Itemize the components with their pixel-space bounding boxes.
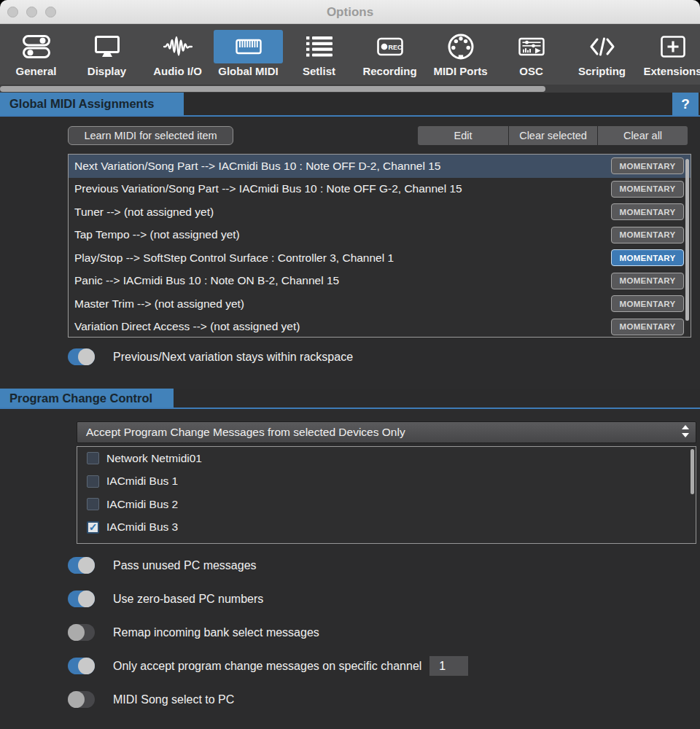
assignment-text: Panic --> IACmidi Bus 10 : Note ON B-2, … xyxy=(69,274,611,287)
toggle-label: Only accept program change messages on s… xyxy=(113,660,421,673)
assignments-scrollbar-thumb[interactable] xyxy=(685,159,689,321)
tab-recording[interactable]: REC Recording xyxy=(354,24,425,85)
momentary-button[interactable]: MOMENTARY xyxy=(611,181,684,198)
tab-setlist[interactable]: Setlist xyxy=(284,24,354,85)
toggle-row: MIDI Song select to PC xyxy=(68,683,695,717)
device-row[interactable]: IACmidi Bus 2 xyxy=(77,493,696,516)
momentary-button[interactable]: MOMENTARY xyxy=(611,227,684,243)
toggle-switch[interactable] xyxy=(68,658,95,674)
midi-keyboard-icon xyxy=(214,30,283,63)
momentary-button[interactable]: MOMENTARY xyxy=(611,203,684,220)
device-checkbox[interactable] xyxy=(87,475,99,488)
tab-label: General xyxy=(16,65,57,77)
device-row[interactable]: Network Netmidi01 xyxy=(77,447,696,470)
section-underline xyxy=(0,115,700,117)
toggle-label: MIDI Song select to PC xyxy=(113,693,234,706)
toggle-row: Only accept program change messages on s… xyxy=(68,650,695,683)
waveform-icon xyxy=(143,30,212,63)
toggle-knob xyxy=(68,691,85,708)
toggle-label: Remap incoming bank select messages xyxy=(113,626,319,639)
device-checkbox[interactable] xyxy=(87,521,99,534)
midi-assignment-row[interactable]: Previous Variation/Song Part --> IACmidi… xyxy=(69,178,691,201)
momentary-button[interactable]: MOMENTARY xyxy=(611,157,684,174)
device-list: Network Netmidi01 IACmidi Bus 1 IACmidi … xyxy=(77,446,696,544)
device-row-partial[interactable] xyxy=(87,539,109,544)
tab-label: Scripting xyxy=(578,65,626,77)
assignment-text: Tuner --> (not assigned yet) xyxy=(69,206,611,219)
toggle-knob xyxy=(78,557,95,574)
tab-label: MIDI Ports xyxy=(433,65,487,77)
toggle-switch[interactable] xyxy=(68,624,95,641)
toolbar-scrollbar-thumb[interactable] xyxy=(0,86,545,92)
tab-audio-io[interactable]: Audio I/O xyxy=(142,24,213,85)
device-row[interactable]: IACmidi Bus 3 xyxy=(77,516,696,539)
sliders-icon xyxy=(1,30,71,63)
toggle-label: Pass unused PC messages xyxy=(113,559,257,572)
assignment-text: Play/Stop --> SoftStep Control Surface :… xyxy=(69,252,611,265)
svg-text:REC: REC xyxy=(388,44,402,51)
assignment-text: Tap Tempo --> (not assigned yet) xyxy=(69,228,611,241)
device-scrollbar-thumb[interactable] xyxy=(691,449,694,494)
momentary-button[interactable]: MOMENTARY xyxy=(611,273,684,289)
program-change-toggles: Pass unused PC messages Use zero-based P… xyxy=(68,549,695,716)
tab-label: OSC xyxy=(519,65,543,77)
midi-assignment-row[interactable]: Variation Direct Access --> (not assigne… xyxy=(69,316,691,338)
device-checkbox[interactable] xyxy=(87,498,99,510)
setlist-icon xyxy=(284,30,354,63)
midi-assignment-row[interactable]: Panic --> IACmidi Bus 10 : Note ON B-2, … xyxy=(69,270,691,293)
toggle-row: Use zero-based PC numbers xyxy=(68,582,695,616)
assignment-text: Master Trim --> (not assigned yet) xyxy=(69,297,611,311)
midi-assignment-row[interactable]: Tuner --> (not assigned yet) MOMENTARY xyxy=(69,200,691,224)
toggle-knob xyxy=(78,590,95,607)
code-icon xyxy=(567,30,637,63)
midi-assignment-list: Next Variation/Song Part --> IACmidi Bus… xyxy=(68,154,691,338)
preferences-toolbar: General Display Audio I/O xyxy=(0,24,700,85)
tab-label: Recording xyxy=(362,65,416,77)
toggle-label: Use zero-based PC numbers xyxy=(113,593,263,606)
toggle-knob xyxy=(78,348,95,365)
toggle-label: Previous/Next variation stays within rac… xyxy=(113,351,353,364)
assignment-text: Variation Direct Access --> (not assigne… xyxy=(69,320,611,333)
device-checkbox[interactable] xyxy=(87,452,99,464)
learn-midi-button[interactable]: Learn MIDI for selected item xyxy=(68,126,233,145)
device-label: IACmidi Bus 1 xyxy=(106,475,178,488)
pc-source-dropdown[interactable]: Accept Program Change Messages from sele… xyxy=(77,421,696,443)
tab-scripting[interactable]: Scripting xyxy=(567,24,637,85)
tab-global-midi[interactable]: Global MIDI xyxy=(213,24,284,85)
channel-input[interactable]: 1 xyxy=(429,656,468,676)
clear-selected-button[interactable]: Clear selected xyxy=(509,126,597,145)
dropdown-value: Accept Program Change Messages from sele… xyxy=(77,426,682,439)
midi-assignment-row[interactable]: Tap Tempo --> (not assigned yet) MOMENTA… xyxy=(69,224,691,247)
help-button[interactable]: ? xyxy=(672,93,699,115)
edit-button[interactable]: Edit xyxy=(418,126,508,145)
tab-general[interactable]: General xyxy=(1,24,71,85)
midi-assignment-row[interactable]: Play/Stop --> SoftStep Control Surface :… xyxy=(69,246,691,270)
variation-toggle-row: Previous/Next variation stays within rac… xyxy=(68,348,353,365)
options-window: Options General Display xyxy=(0,0,700,729)
toggle-switch[interactable] xyxy=(68,691,95,708)
tab-label: Setlist xyxy=(303,65,335,77)
tab-label: Global MIDI xyxy=(218,65,279,77)
tab-extensions[interactable]: Extensions xyxy=(637,24,700,85)
osc-panel-icon xyxy=(497,30,566,63)
momentary-button[interactable]: MOMENTARY xyxy=(611,249,684,266)
toggle-row: Pass unused PC messages xyxy=(68,549,695,582)
momentary-button[interactable]: MOMENTARY xyxy=(611,295,684,312)
record-icon: REC xyxy=(355,30,424,63)
midi-assignment-row[interactable]: Master Trim --> (not assigned yet) MOMEN… xyxy=(69,292,691,316)
toggle-row: Remap incoming bank select messages xyxy=(68,616,695,650)
tab-display[interactable]: Display xyxy=(71,24,142,85)
toggle-switch[interactable] xyxy=(68,557,95,574)
midi-assignment-row[interactable]: Next Variation/Song Part --> IACmidi Bus… xyxy=(69,155,691,178)
clear-all-button[interactable]: Clear all xyxy=(598,126,688,145)
device-label: IACmidi Bus 2 xyxy=(106,498,178,511)
tab-midi-ports[interactable]: MIDI Ports xyxy=(425,24,496,85)
device-label: Network Netmidi01 xyxy=(106,452,202,465)
device-row[interactable]: IACmidi Bus 1 xyxy=(77,470,696,494)
toggle-switch[interactable] xyxy=(68,348,95,365)
momentary-button[interactable]: MOMENTARY xyxy=(611,319,684,335)
assignment-text: Previous Variation/Song Part --> IACmidi… xyxy=(69,182,611,195)
tab-osc[interactable]: OSC xyxy=(496,24,567,85)
midi-din-icon xyxy=(426,30,495,63)
toggle-switch[interactable] xyxy=(68,590,95,607)
